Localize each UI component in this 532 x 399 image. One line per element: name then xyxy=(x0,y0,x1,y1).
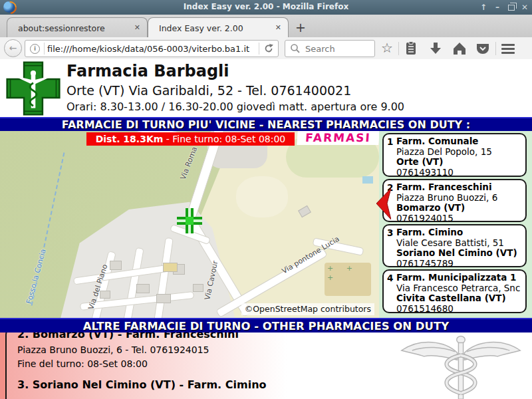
download-icon[interactable] xyxy=(428,41,444,57)
close-window-button[interactable]: ✕ xyxy=(519,2,531,13)
pharmacy-address: Piazza Del Popolo, 15 xyxy=(396,147,492,158)
pharmacy-phone: 0761493110 xyxy=(396,168,492,178)
navigation-toolbar: ← i ☆ xyxy=(0,37,532,60)
bookmark-star-icon[interactable]: ☆ xyxy=(379,41,395,57)
search-icon xyxy=(289,43,301,55)
url-bar[interactable]: i xyxy=(25,40,279,57)
close-tab-icon[interactable]: ✕ xyxy=(134,23,140,32)
home-icon[interactable] xyxy=(452,41,467,57)
card-number: 1 xyxy=(387,136,396,174)
window-title: Index Easy ver. 2.00 - Mozilla Firefox xyxy=(0,2,532,11)
pharmacy-cross-logo xyxy=(5,61,61,116)
other-pharmacies-banner: ALTRE FARMACIE DI TURNO - OTHER PHARMACI… xyxy=(0,318,532,334)
farmasi-logo: FARMASI xyxy=(297,131,379,145)
pharmacy-address: Viale Cesare Battisti, 51 xyxy=(396,238,517,249)
pharmacy-marker-icon xyxy=(177,208,202,233)
duty-entry-address: Piazza Bruno Buozzi, 6 - Tel. 0761924015 xyxy=(17,344,396,356)
pharmacy-city: Orte (VT) xyxy=(396,157,492,168)
caduceus-panel xyxy=(389,332,532,399)
selected-pharmacy-arrow-icon xyxy=(376,188,391,219)
pharmacy-address: Piazza Bruno Buozzi, 6 xyxy=(396,193,497,203)
card-number: 4 xyxy=(387,273,396,311)
tab-label: about:sessionrestore xyxy=(18,23,105,33)
map-building xyxy=(110,261,122,270)
reload-icon[interactable] xyxy=(261,41,276,56)
distance-banner: Dist. 18.3Km - Fine turno: 08-Set 08:00 xyxy=(86,132,295,146)
caduceus-icon xyxy=(391,334,531,399)
pharmacy-card-1[interactable]: 1 Farm. Comunale Piazza Del Popolo, 15 O… xyxy=(382,133,527,177)
pocket-shield-icon[interactable] xyxy=(475,41,491,57)
pharmacy-city: Bomarzo (VT) xyxy=(396,203,497,213)
firefox-window: Index Easy ver. 2.00 - Mozilla Firefox ↑… xyxy=(0,0,532,399)
duty-entry-title: 3. Soriano Nel Cimino (VT) - Farm. Cimin… xyxy=(17,378,396,391)
map-building xyxy=(156,294,171,303)
pharmacy-card-3[interactable]: 3 Farm. Cimino Viale Cesare Battisti, 51… xyxy=(382,224,527,267)
tab-sessionrestore[interactable]: about:sessionrestore ✕ xyxy=(7,17,148,37)
pharmacy-name: Farm. Comunale xyxy=(396,136,492,147)
divider xyxy=(495,42,496,55)
divider xyxy=(398,42,399,55)
duty-entry-title: 2. Bomarzo (VT) - Farm. Franceschini xyxy=(17,332,396,340)
distance-value: Dist. 18.3Km xyxy=(96,134,164,144)
minimize-button[interactable]: – xyxy=(491,2,503,13)
divider xyxy=(259,43,259,55)
window-up-button[interactable]: ↑ xyxy=(477,2,489,13)
nearest-pharmacies-banner: FARMACIE DI TURNO PIU' VICINE - NEAREST … xyxy=(0,117,532,131)
map-label-via-roma: Via Roma xyxy=(179,146,200,181)
pharmacy-phone: 0761514680 xyxy=(396,304,520,315)
site-info-icon[interactable]: i xyxy=(30,44,40,54)
shift-end: - Fine turno: 08-Set 08:00 xyxy=(163,134,285,144)
tab-bar: about:sessionrestore ✕ Index Easy ver. 2… xyxy=(0,15,532,38)
map-building-tan xyxy=(163,263,178,272)
map-pond xyxy=(362,176,373,184)
map-building xyxy=(100,291,110,299)
tab-index-easy[interactable]: Index Easy ver. 2.00 ✕ xyxy=(148,17,289,38)
map-label-stream: Fosso la Concia xyxy=(25,248,48,305)
osm-attribution[interactable]: ©OpenStreetMap contributors xyxy=(241,303,374,315)
pharmacy-phone: 0761745789 xyxy=(396,259,517,269)
titlebar: Index Easy ver. 2.00 - Mozilla Firefox ↑… xyxy=(0,0,532,15)
bookmarks-list-icon[interactable] xyxy=(403,41,419,57)
duty-entry-shift-end: Fine del turno: 08-Set 08:00 xyxy=(17,358,396,370)
search-input[interactable] xyxy=(304,43,374,55)
menu-hamburger-icon[interactable] xyxy=(501,42,515,56)
map: + + + Via Roma Via Cavour Via del Piano … xyxy=(0,131,379,318)
restore-icon xyxy=(508,5,515,11)
pharmacy-city: Civita Castellana (VT) xyxy=(396,293,520,304)
map-building xyxy=(193,284,203,292)
back-button[interactable]: ← xyxy=(4,39,22,57)
other-duty-section: 2. Bomarzo (VT) - Farm. Franceschini Pia… xyxy=(0,332,532,399)
card-number: 3 xyxy=(387,227,396,265)
new-tab-button[interactable]: + xyxy=(295,20,306,35)
map-cream-patch xyxy=(236,176,288,217)
pharmacy-phone: 0761924015 xyxy=(396,213,497,224)
close-tab-icon[interactable]: ✕ xyxy=(275,23,281,32)
pharmacy-list-sidebar: 1 Farm. Comunale Piazza Del Popolo, 15 O… xyxy=(379,131,532,318)
tab-label: Index Easy ver. 2.00 xyxy=(159,23,243,33)
pharmacy-address: Orte (VT) Via Garibaldi, 52 - Tel. 07614… xyxy=(66,83,351,98)
url-input[interactable] xyxy=(45,44,259,54)
pharmacy-city: Soriano Nel Cimino (VT) xyxy=(396,248,517,259)
other-duty-box: 2. Bomarzo (VT) - Farm. Franceschini Pia… xyxy=(5,332,397,399)
pharmacy-name: Farm. Cimino xyxy=(396,227,517,238)
pharmacy-header: Farmacia Barbagli Orte (VT) Via Garibald… xyxy=(0,59,532,117)
pharmacy-address: Via Francesco Petrarca, Snc xyxy=(396,283,520,294)
map-building xyxy=(136,284,150,293)
pharmacy-name: Farm. Municipalizzata 1 xyxy=(396,273,520,283)
pharmacy-name: Farmacia Barbagli xyxy=(66,62,229,80)
pharmacy-name: Farm. Franceschini xyxy=(396,182,497,193)
pharmacy-hours: Orari: 8.30-13.00 / 16.30-20.00 giovedì … xyxy=(66,100,404,113)
search-bar[interactable] xyxy=(285,40,375,57)
pharmacy-card-2[interactable]: 2 Farm. Franceschini Piazza Bruno Buozzi… xyxy=(382,179,527,222)
restore-button[interactable] xyxy=(505,2,517,13)
pharmacy-card-4[interactable]: 4 Farm. Municipalizzata 1 Via Francesco … xyxy=(382,269,527,313)
map-orchard: + + + xyxy=(325,263,371,296)
